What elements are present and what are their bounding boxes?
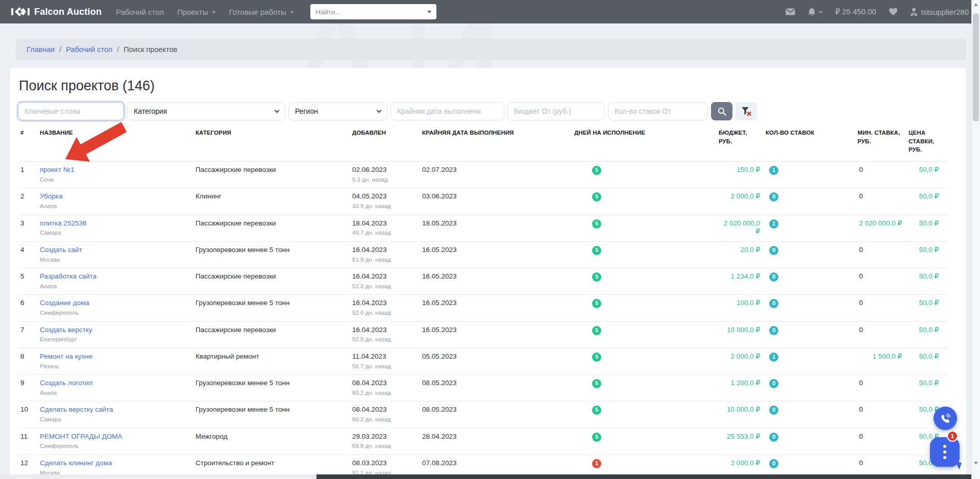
row-number: 2 xyxy=(18,188,37,215)
bid-price-value: 50,0 ₽ xyxy=(906,321,949,348)
days-badge: 5 xyxy=(592,433,601,442)
min-bid-value: 0 xyxy=(855,428,906,455)
chevron-down-icon xyxy=(290,11,294,13)
callback-widget-button[interactable] xyxy=(934,407,957,430)
envelope-icon xyxy=(786,8,795,15)
project-category: Грузоперевозки менее 5 тонн xyxy=(193,375,350,401)
horizontal-scrollbar-thumb[interactable] xyxy=(316,474,971,479)
navbar-search-input[interactable] xyxy=(315,8,424,16)
project-link[interactable]: Уборка xyxy=(40,192,63,200)
chevron-down-icon xyxy=(212,11,216,13)
bell-icon xyxy=(807,7,816,16)
project-category: Грузоперевозки менее 5 тонн xyxy=(193,295,350,321)
project-city: Анапа xyxy=(40,389,190,396)
project-link[interactable]: Сделать клининг дома xyxy=(40,459,112,467)
budget-from-input[interactable] xyxy=(507,102,605,120)
project-link[interactable]: РЕМОНТ ОГРАДЫ ДОМА xyxy=(40,433,122,440)
breadcrumb-dashboard[interactable]: Рабочий стол xyxy=(66,45,112,54)
horizontal-scrollbar[interactable] xyxy=(0,474,971,479)
added-ago: 69.8 дн. назад xyxy=(352,442,417,449)
navbar-search-box xyxy=(310,4,436,19)
col-header-name: НАЗВАНИЕ xyxy=(37,124,193,162)
project-link[interactable]: Создать сайт xyxy=(40,246,82,254)
handshake-logo-icon xyxy=(11,6,30,18)
project-city: Москва xyxy=(40,256,190,263)
nav-item-label: Проекты xyxy=(177,8,208,16)
phone-icon xyxy=(939,412,952,425)
chat-widget-button[interactable] xyxy=(930,437,960,467)
chevron-down-icon[interactable] xyxy=(427,11,431,13)
chat-dots-icon xyxy=(943,445,946,459)
project-link[interactable]: Разработка сайта xyxy=(40,272,96,280)
nav-item-projects[interactable]: Проекты xyxy=(177,8,215,16)
table-row: 5 Разработка сайта Анапа Пассажирские пе… xyxy=(18,268,949,295)
project-category: Межгород xyxy=(193,428,350,455)
balance[interactable]: ₽ 25 450.00 xyxy=(835,7,876,16)
added-date: 16.04.2023 xyxy=(352,272,417,281)
col-header-num: # xyxy=(18,124,37,162)
min-bid-value: 2 020 000,0 ₽ xyxy=(855,215,906,241)
project-city: Анапа xyxy=(40,283,190,290)
project-link[interactable]: Ремонт на кухне xyxy=(40,352,92,360)
row-number: 6 xyxy=(18,295,37,321)
days-badge: 1 xyxy=(592,459,601,468)
bids-count-from-input[interactable] xyxy=(608,102,708,120)
table-row: 11 РЕМОНТ ОГРАДЫ ДОМА Симферополь Межгор… xyxy=(18,428,949,455)
col-header-deadline: КРАЙНЯЯ ДАТА ВЫПОЛНЕНИЯ xyxy=(420,124,572,162)
category-select-value: Категория xyxy=(134,107,167,115)
project-city: Рязань xyxy=(40,363,190,370)
col-header-days: ДНЕЙ НА ИСПОЛНЕНИЕ xyxy=(572,124,716,162)
project-category: Квартирный ремонт xyxy=(193,348,350,374)
search-button[interactable] xyxy=(711,102,732,120)
project-link[interactable]: проект №1 xyxy=(40,166,75,173)
notifications-button[interactable] xyxy=(807,7,823,16)
days-badge: 5 xyxy=(592,379,601,388)
row-number: 7 xyxy=(18,321,37,348)
added-ago: 49.7 дн. назад xyxy=(352,229,417,236)
col-header-bids: КОЛ-ВО СТАВОК xyxy=(763,124,855,162)
days-badge: 5 xyxy=(592,299,601,308)
vertical-scrollbar[interactable] xyxy=(971,0,980,479)
days-badge: 5 xyxy=(592,192,601,201)
project-link[interactable]: Создать логотип xyxy=(40,379,92,387)
nav-item-dashboard[interactable]: Рабочий стол xyxy=(116,8,164,16)
project-city: Анапа xyxy=(40,203,190,210)
project-link[interactable]: плитка 252536 xyxy=(40,219,86,227)
deadline-date: 03.06.2023 xyxy=(420,188,572,215)
page-title: Поиск проектов (146) xyxy=(19,78,958,94)
username: tstsupplier280 xyxy=(921,8,969,16)
navbar-right: ₽ 25 450.00 tstsupplier280 xyxy=(786,7,969,16)
project-link[interactable]: Создание дома xyxy=(40,299,89,307)
deadline-date-input[interactable] xyxy=(390,102,504,120)
deadline-date: 28.04.2023 xyxy=(420,428,572,455)
clear-filters-button[interactable] xyxy=(736,102,757,120)
user-menu[interactable]: tstsupplier280 xyxy=(910,8,969,16)
region-select[interactable]: Регион xyxy=(288,102,387,120)
keywords-input[interactable] xyxy=(18,102,124,120)
category-select[interactable]: Категория xyxy=(127,102,285,120)
added-date: 04.05.2023 xyxy=(352,192,417,201)
region-select-value: Регион xyxy=(295,107,318,115)
vertical-scrollbar-thumb[interactable] xyxy=(973,13,979,121)
project-city: Самара xyxy=(40,416,190,423)
breadcrumb-home[interactable]: Главная xyxy=(27,45,55,54)
days-badge: 5 xyxy=(592,272,601,282)
col-header-bid-price: ЦЕНА СТАВКИ, РУБ. xyxy=(906,124,949,162)
project-link[interactable]: Создать верстку xyxy=(40,326,92,334)
scroll-down-arrow-icon[interactable] xyxy=(974,462,978,465)
chevron-down-icon xyxy=(819,11,823,13)
row-number: 8 xyxy=(18,348,37,374)
added-ago: 5.3 дн. назад xyxy=(352,176,417,183)
project-link[interactable]: Сделать верстку сайта xyxy=(40,406,113,413)
col-header-added: ДОБАВЛЕН xyxy=(350,124,420,162)
table-header: # НАЗВАНИЕ КАТЕГОРИЯ ДОБАВЛЕН КРАЙНЯЯ ДА… xyxy=(18,124,949,162)
scroll-up-arrow-icon[interactable] xyxy=(974,3,978,6)
brand[interactable]: Falcon Auction xyxy=(11,6,102,18)
added-date: 08.03.2023 xyxy=(352,459,417,468)
nav-item-finished-works[interactable]: Готовые работы xyxy=(229,8,294,16)
project-city: Самара xyxy=(40,229,190,236)
days-badge: 5 xyxy=(592,219,601,229)
messages-button[interactable] xyxy=(786,8,795,15)
favorites-button[interactable] xyxy=(889,8,898,16)
project-city: Екатеринбург xyxy=(40,336,190,343)
